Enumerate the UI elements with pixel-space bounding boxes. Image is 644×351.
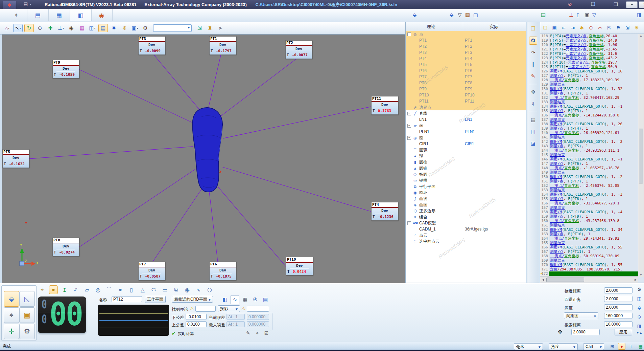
clearance-plane-input[interactable]: 160.0000: [604, 313, 633, 319]
code-line[interactable]: 123F(PT9)=元素定义/点,直角坐标,-43.2: [540, 56, 638, 60]
program-code[interactable]: 118F(PT4)=元素定义/点,直角坐标,26.40119F(PT5)=元素定…: [540, 34, 638, 277]
print-report-icon[interactable]: ▤: [529, 116, 537, 124]
code-line[interactable]: 136 测点/直角坐标, -14.124429,158.8: [540, 113, 638, 117]
filter-icon[interactable]: ▽: [458, 12, 462, 18]
code-line[interactable]: 155测量/点, F(PT8), 1: [540, 197, 638, 201]
code-line[interactable]: 153测量结束: [540, 188, 638, 192]
edit-note-icon[interactable]: ✎: [244, 330, 252, 337]
tree-group-parallel-planes-icon[interactable]: ⧉平行平面: [406, 183, 526, 190]
save-program-icon[interactable]: ▣: [551, 25, 558, 30]
probe-monitor2-icon[interactable]: ◨: [636, 322, 643, 330]
probe-head-button[interactable]: ⌖: [4, 307, 19, 323]
code-line[interactable]: 130调用/M(EASI_CLEARPLN_GOTO), 1, 32: [540, 87, 638, 91]
retract-distance-input[interactable]: 2.0000: [604, 296, 633, 302]
tree-group-boundary-point-icon[interactable]: ⬈边界点: [406, 104, 526, 110]
code-line[interactable]: 170调用/M(EASI_CLEARPLN_GOTO), 1, 55: [540, 263, 638, 267]
auto-measure-icon[interactable]: ⌖: [38, 285, 47, 294]
approach-distance-input[interactable]: 2.0000: [604, 287, 633, 293]
code-line[interactable]: 169测量结束: [540, 258, 638, 263]
tree-group-curve-icon[interactable]: ∫曲线: [406, 196, 526, 202]
code-line[interactable]: 168 测点/直角坐标, 50.969194,130.09: [540, 254, 638, 258]
code-line[interactable]: 157测量结束: [540, 205, 638, 210]
plane-icon[interactable]: ▱: [82, 285, 91, 294]
expand-collapse-icon[interactable]: −: [407, 112, 411, 115]
code-line[interactable]: 154调用/M(EASI_CLEARPLN_GOTO), 1, -3: [540, 192, 638, 197]
tree-group-torus-icon[interactable]: ◉圆环: [406, 190, 526, 196]
probe-path-tab[interactable]: ✇: [251, 295, 260, 304]
insert-before-icon[interactable]: ⇱: [606, 25, 613, 30]
view-tab[interactable]: ◧: [70, 9, 92, 21]
label-display-icon[interactable]: ▤: [98, 24, 108, 32]
view-combobox[interactable]: ▼: [153, 24, 192, 32]
code-line[interactable]: 162调用/M(EASI_CLEARPLN_GOTO), 1, 34: [540, 227, 638, 232]
tree-item-pt7[interactable]: PT7PT7: [406, 74, 526, 80]
code-line[interactable]: 144 测点/直角坐标, -24.931963,111.1: [540, 148, 638, 153]
code-line[interactable]: 167测量/点, F(PT11), 1: [540, 249, 638, 254]
dimension-tab[interactable]: ◧: [220, 295, 229, 304]
code-line[interactable]: 138调用/M(EASI_CLEARPLN_GOTO), 1, 26: [540, 122, 638, 126]
deviation-callout[interactable]: PT11DevT0.1763: [371, 96, 398, 115]
lower-tol-input[interactable]: -0.0100: [186, 314, 207, 320]
datum-frame-button[interactable]: ▣: [19, 307, 35, 323]
slot-icon[interactable]: ▭: [161, 285, 169, 294]
crd-plane-dropdown[interactable]: 最靠近的CRD平面▼: [172, 296, 213, 303]
confirm-check-icon[interactable]: ☑: [263, 330, 270, 337]
deviation-callout[interactable]: PT4DevT-0.1236: [371, 202, 398, 221]
tree-item-pt9[interactable]: PT9PT9: [406, 86, 526, 92]
deviation-callout[interactable]: PT9DevT-0.1059: [52, 60, 79, 79]
tree-group-selected-point-cloud-icon[interactable]: ∷选中的点云: [406, 238, 526, 244]
tree-item-pt3[interactable]: PT3PT3: [406, 49, 526, 56]
deviation-callout[interactable]: PT1DevT-0.1797: [209, 36, 236, 55]
deviation-callout[interactable]: PT2DevT-0.0077: [285, 40, 312, 59]
clipboard-icon[interactable]: ▯: [577, 12, 579, 18]
deviation-callout[interactable]: PT10DevT0.0424: [286, 257, 313, 276]
code-line[interactable]: 143测量/点, F(PT5), 1: [540, 144, 638, 148]
code-line[interactable]: 125F(PT11)=元素定义/点,直角坐标,50.9: [540, 65, 638, 69]
code-line[interactable]: 142调用/M(EASI_CLEARPLN_GOTO), 1, -2: [540, 139, 638, 144]
report-list-tab[interactable]: ▤: [261, 295, 270, 304]
expand-collapse-icon[interactable]: −: [407, 32, 411, 36]
tree-item-pt6[interactable]: PT6PT6: [406, 68, 526, 74]
tree-item-pt10[interactable]: PT10PT10: [406, 92, 526, 98]
tree-item-ln1[interactable]: LN1LN1: [406, 116, 526, 123]
arc-icon[interactable]: ⌒: [105, 285, 114, 294]
vector-point-icon[interactable]: ↥: [60, 285, 69, 294]
code-line[interactable]: 133测量结束: [540, 100, 638, 104]
probe-cube-icon[interactable]: ⬙: [636, 304, 643, 311]
projection-input[interactable]: [247, 306, 269, 312]
ellipse-icon[interactable]: ⬭: [149, 285, 158, 294]
window-mode-icon[interactable]: ◫: [529, 128, 537, 136]
select-cursor-icon[interactable]: ↖▾: [13, 24, 23, 32]
evaluation-tab[interactable]: ∿: [231, 295, 239, 304]
window-layout-icon[interactable]: ◫▾: [88, 24, 97, 32]
camera-icon[interactable]: ▣: [585, 12, 589, 18]
tree-group-cone-icon[interactable]: ▲圆锥: [406, 165, 526, 171]
close-button[interactable]: ✕: [639, 1, 644, 8]
realtime-checkbox[interactable]: ✔: [172, 331, 175, 336]
open-program-icon[interactable]: ❐: [542, 25, 549, 30]
construct-tool-icon[interactable]: ⚙: [141, 24, 150, 32]
depth-input[interactable]: 2.0000: [604, 304, 633, 310]
code-line[interactable]: 119F(PT5)=元素定义/点,直角坐标,-24.9: [540, 38, 638, 43]
feature-new-icon[interactable]: ❋: [120, 24, 129, 32]
app-icon[interactable]: ❖: [3, 1, 16, 9]
torus-icon[interactable]: ◉: [183, 285, 192, 294]
delete-feature-icon[interactable]: ✖: [110, 24, 118, 32]
code-line[interactable]: 124F(PT10)=元素定义/点,直角坐标,29.7: [540, 60, 638, 65]
insole-model[interactable]: [193, 108, 222, 192]
coordinate-dropdown[interactable]: Cart▼: [583, 343, 604, 350]
emergency-stop-icon[interactable]: ●: [618, 343, 625, 350]
code-line[interactable]: 165测量结束: [540, 241, 638, 245]
curve-icon[interactable]: ∿: [194, 285, 203, 294]
code-line[interactable]: 118F(PT4)=元素定义/点,直角坐标,26.40: [540, 34, 638, 38]
import-feature-icon[interactable]: ✚: [46, 24, 55, 32]
polygon-icon[interactable]: ⬡: [205, 285, 214, 294]
code-line[interactable]: 134调用/M(EASI_CLEARPLN_GOTO), 1, -1: [540, 104, 638, 109]
tree-group-arc-icon[interactable]: ⌒圆弧: [406, 147, 526, 153]
code-line[interactable]: 139测量/点, F(PT4), 1: [540, 126, 638, 131]
upper-tol-input[interactable]: 0.0100: [186, 321, 207, 327]
code-line[interactable]: 146调用/M(EASI_CLEARPLN_GOTO), 1, -1: [540, 157, 638, 161]
cut-icon[interactable]: ✂: [597, 25, 603, 30]
code-line[interactable]: 126调用/M(EASI_CLEARPLN_GOTO), 1, 16: [540, 69, 638, 73]
tree-group-circle-icon[interactable]: −◎圆: [406, 135, 526, 141]
